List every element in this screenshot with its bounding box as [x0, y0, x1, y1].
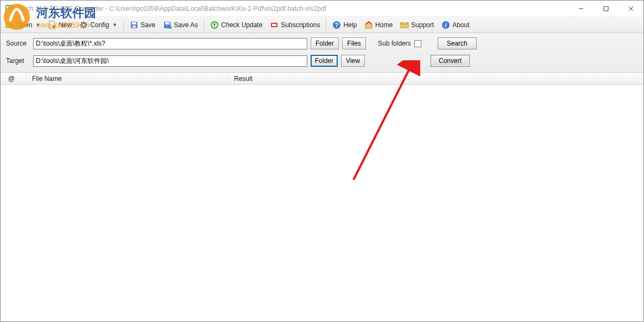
- subfolders-checkbox[interactable]: [414, 40, 421, 47]
- separator: [204, 20, 204, 30]
- save-button[interactable]: Save: [126, 18, 159, 31]
- target-row: Target Folder View Convert: [6, 54, 638, 68]
- info-icon: i: [441, 21, 450, 29]
- separator: [326, 20, 326, 30]
- subfolders-label: Sub folders: [378, 40, 411, 47]
- cart-icon: [270, 21, 279, 29]
- dropdown-icon: ▼: [35, 22, 40, 28]
- col-header-result[interactable]: Result: [229, 73, 643, 84]
- about-label: About: [452, 21, 469, 29]
- new-file-icon: [48, 21, 56, 29]
- target-view-button[interactable]: View: [341, 55, 365, 67]
- svg-rect-13: [132, 22, 136, 24]
- separator: [123, 20, 124, 30]
- app-icon: [5, 4, 14, 13]
- update-icon: [210, 21, 219, 29]
- minimize-button[interactable]: [569, 1, 594, 16]
- source-input[interactable]: [33, 38, 307, 49]
- svg-rect-16: [165, 22, 169, 24]
- save-as-label: Save As: [174, 21, 198, 29]
- home-button[interactable]: Home: [361, 18, 396, 31]
- col-header-at[interactable]: @: [1, 73, 27, 84]
- target-input[interactable]: [33, 55, 307, 67]
- support-label: Support: [411, 21, 434, 29]
- help-label: Help: [343, 21, 357, 29]
- check-update-button[interactable]: Check Update: [206, 18, 266, 31]
- save-as-icon: [163, 21, 172, 29]
- source-files-button[interactable]: Files: [342, 37, 366, 49]
- source-label: Source: [6, 40, 30, 47]
- check-update-label: Check Update: [221, 21, 262, 29]
- about-button[interactable]: i About: [438, 18, 473, 31]
- svg-rect-2: [8, 7, 11, 8]
- svg-rect-14: [132, 26, 136, 28]
- dropdown-icon: ▼: [112, 22, 117, 28]
- help-button[interactable]: ? Help: [329, 18, 361, 31]
- mail-icon: [400, 21, 409, 29]
- home-icon: [364, 21, 373, 29]
- app-window: Batch XLS TO PDF Converter - C:\Users\pc…: [0, 0, 644, 322]
- toolbar: Open ▼ New Config ▼ Save Save As Check U…: [1, 17, 643, 33]
- save-icon: [130, 21, 138, 29]
- open-label: Open: [16, 21, 32, 29]
- help-icon: ?: [332, 21, 341, 29]
- target-label: Target: [6, 57, 30, 65]
- col-header-filename[interactable]: File Name: [27, 73, 229, 84]
- list-body[interactable]: [1, 85, 643, 321]
- convert-button[interactable]: Convert: [431, 55, 470, 67]
- subscriptions-button[interactable]: Subscriptions: [266, 18, 324, 31]
- save-label: Save: [141, 21, 155, 29]
- home-label: Home: [375, 21, 393, 29]
- config-button[interactable]: Config ▼: [75, 18, 121, 31]
- save-as-button[interactable]: Save As: [159, 18, 201, 31]
- config-label: Config: [90, 21, 109, 29]
- close-button[interactable]: [618, 1, 643, 16]
- svg-text:?: ?: [335, 22, 339, 28]
- list-header: @ File Name Result: [1, 73, 643, 85]
- titlebar: Batch XLS TO PDF Converter - C:\Users\pc…: [1, 1, 643, 17]
- folder-open-icon: [5, 21, 14, 29]
- window-controls: [569, 1, 643, 16]
- new-button[interactable]: New: [44, 18, 75, 31]
- source-row: Source Folder Files Sub folders Search: [6, 36, 638, 50]
- new-label: New: [59, 21, 72, 29]
- open-button[interactable]: Open ▼: [2, 18, 44, 31]
- svg-point-11: [83, 24, 85, 26]
- window-title: Batch XLS TO PDF Converter - C:\Users\pc…: [17, 5, 569, 12]
- support-button[interactable]: Support: [396, 18, 438, 31]
- subscriptions-label: Subscriptions: [281, 21, 320, 29]
- maximize-button[interactable]: [594, 1, 618, 16]
- svg-rect-3: [8, 9, 11, 10]
- svg-rect-19: [272, 24, 276, 26]
- path-panel: Source Folder Files Sub folders Search T…: [1, 33, 643, 73]
- target-folder-button[interactable]: Folder: [311, 55, 338, 67]
- search-button[interactable]: Search: [438, 37, 477, 49]
- source-folder-button[interactable]: Folder: [311, 37, 339, 49]
- gear-icon: [79, 21, 88, 29]
- svg-rect-5: [604, 7, 608, 11]
